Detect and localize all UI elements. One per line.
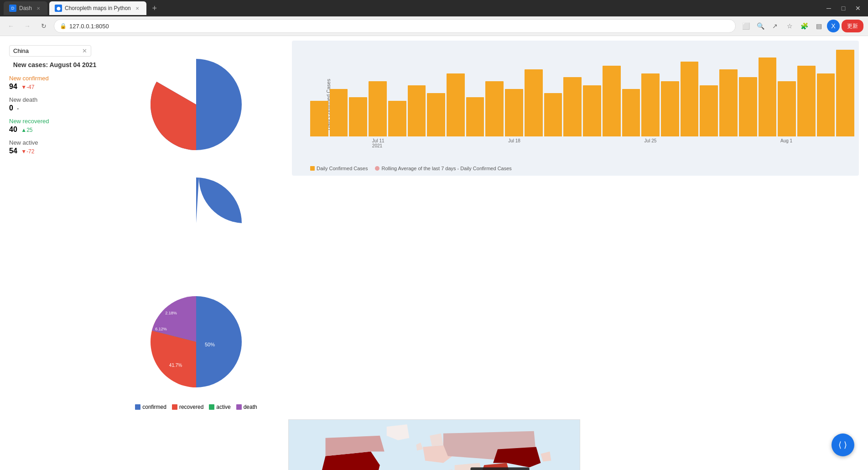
dash-tab-close[interactable]: ✕ (35, 5, 42, 12)
bookmark-button[interactable]: ☆ (783, 20, 796, 32)
confirmed-legend-dot (135, 404, 140, 410)
pie-chart-section: 50% 41.7% 6.12% 2.18% confirmed recovere… (109, 41, 283, 410)
recovered-label: New recovered (9, 118, 100, 125)
app-content: China ✕ New cases: August 04 2021 New co… (0, 36, 868, 470)
share-button[interactable]: ↗ (769, 20, 781, 32)
browser-titlebar: D Dash ✕ ⬤ Choropleth maps in Python ✕ +… (0, 0, 868, 16)
search-button[interactable]: 🔍 (754, 20, 767, 32)
death-legend: death (236, 404, 257, 410)
browser-controls: ← → ↻ 🔒 127.0.0.1:8050 ⬜ 🔍 ↗ ☆ 🧩 ▤ X 更新 (0, 16, 868, 36)
date-title: New cases: August 04 2021 (9, 61, 100, 68)
bar-0 (310, 101, 328, 136)
choropleth-tab-label: Choropleth maps in Python (65, 5, 131, 11)
active-stat-group: New active 54 ▼-72 (9, 139, 100, 155)
browser-chrome: D Dash ✕ ⬤ Choropleth maps in Python ✕ +… (0, 0, 868, 36)
pie-legend: confirmed recovered active death (135, 404, 257, 410)
bar-2 (349, 97, 367, 136)
recovered-value: 40 (9, 125, 17, 133)
bars-wrapper (310, 45, 854, 136)
tab-choropleth[interactable]: ⬤ Choropleth maps in Python ✕ (49, 1, 146, 15)
bar-17 (641, 73, 660, 136)
bar-4 (388, 101, 406, 136)
profile-button[interactable]: X (827, 20, 840, 32)
recovered-legend-dot (172, 404, 177, 410)
bar-26 (817, 73, 835, 136)
bar-27 (836, 50, 854, 136)
confirmed-stat-group: New confirmed 94 ▼-47 (9, 75, 100, 91)
daily-legend-dot (310, 166, 315, 171)
bar-1 (330, 89, 348, 136)
bar-3 (369, 81, 387, 136)
recovered-legend: recovered (172, 404, 203, 410)
x-label-aug1: Aug 1 (780, 138, 792, 148)
x-label-jul25: Jul 25 (645, 138, 657, 148)
dash-tab-icon: D (9, 5, 16, 12)
bar-9 (485, 81, 504, 136)
recovered-change: ▲25 (21, 127, 32, 133)
close-window-button[interactable]: ✕ (852, 2, 864, 15)
nav-circle-button[interactable]: ⟨ ⟩ (832, 433, 854, 456)
active-legend-label: active (216, 404, 230, 410)
sidebar-button[interactable]: ▤ (812, 20, 825, 32)
extensions-button[interactable]: 🧩 (798, 20, 811, 32)
bar-6 (427, 93, 445, 136)
recovered-pct-label: 41.7% (169, 363, 182, 368)
pie-final[interactable]: 50% 41.7% 6.12% 2.18% (137, 282, 255, 401)
back-button[interactable]: ← (5, 20, 17, 32)
top-section: China ✕ New cases: August 04 2021 New co… (0, 36, 868, 415)
bar-24 (778, 81, 796, 136)
world-map-svg: India date_play=2021-07 iso=IND confirme… (289, 420, 580, 470)
world-map-container[interactable]: India date_play=2021-07 iso=IND confirme… (288, 419, 580, 470)
bar-21 (719, 69, 738, 136)
minimize-button[interactable]: ─ (822, 2, 835, 15)
forward-button[interactable]: → (21, 20, 34, 32)
active-legend-dot (209, 404, 214, 410)
map-tooltip-group: India date_play=2021-07 iso=IND confirme… (470, 467, 529, 470)
pie-chart[interactable] (137, 45, 255, 164)
dash-tab-label: Dash (19, 5, 32, 11)
bar-chart-xaxis: Jul 112021 Jul 18 Jul 25 Aug 1 (310, 138, 854, 148)
translate-button[interactable]: ⬜ (739, 20, 752, 32)
confirmed-legend-label: confirmed (142, 404, 166, 410)
active-pct-label: 6.12% (155, 327, 167, 331)
daily-legend: Daily Confirmed Cases (310, 166, 368, 171)
bar-10 (505, 89, 523, 136)
bar-8 (466, 97, 484, 136)
active-change: ▼-72 (21, 148, 34, 155)
confirmed-legend: confirmed (135, 404, 166, 410)
active-value: 54 (9, 147, 17, 155)
bar-11 (525, 69, 543, 136)
choropleth-tab-close[interactable]: ✕ (134, 5, 141, 12)
rolling-legend: Rolling Average of the last 7 days - Dai… (375, 166, 511, 171)
address-bar[interactable]: 🔒 127.0.0.1:8050 (54, 19, 736, 33)
lock-icon: 🔒 (60, 23, 67, 29)
stats-panel: China ✕ New cases: August 04 2021 New co… (9, 41, 100, 161)
maximize-button[interactable]: □ (837, 2, 850, 15)
bar-12 (544, 93, 562, 136)
country-selector[interactable]: China ✕ (9, 45, 91, 57)
map-section: 📷 + ⊞ ⊙ □ ⊠ ✕ ▦ (0, 415, 868, 470)
choropleth-tab-icon: ⬤ (55, 5, 62, 12)
clear-country-button[interactable]: ✕ (82, 47, 87, 54)
bar-chart-container: Daily Confirmed Cases Jul 112021 Jul 18 … (296, 45, 854, 164)
bar-25 (797, 66, 816, 136)
bar-16 (622, 89, 640, 136)
death-change: - (17, 105, 19, 112)
death-legend-label: death (244, 404, 257, 410)
active-label: New active (9, 139, 100, 146)
rolling-legend-label: Rolling Average of the last 7 days - Dai… (381, 166, 511, 171)
death-pct-label: 2.18% (165, 311, 177, 315)
pie-chart-svg[interactable] (137, 164, 255, 282)
bar-22 (739, 77, 757, 136)
bar-chart-legend: Daily Confirmed Cases Rolling Average of… (310, 166, 854, 171)
update-button[interactable]: 更新 (842, 20, 863, 32)
new-tab-button[interactable]: + (148, 2, 161, 15)
tab-dash[interactable]: D Dash ✕ (4, 1, 47, 15)
confirmed-change: ▼-47 (21, 84, 34, 90)
refresh-button[interactable]: ↻ (37, 20, 50, 32)
daily-legend-label: Daily Confirmed Cases (317, 166, 368, 171)
bar-19 (681, 62, 699, 136)
browser-actions: ⬜ 🔍 ↗ ☆ 🧩 ▤ X 更新 (739, 20, 863, 32)
bar-20 (700, 85, 718, 136)
x-label-jul11: Jul 112021 (372, 138, 385, 148)
